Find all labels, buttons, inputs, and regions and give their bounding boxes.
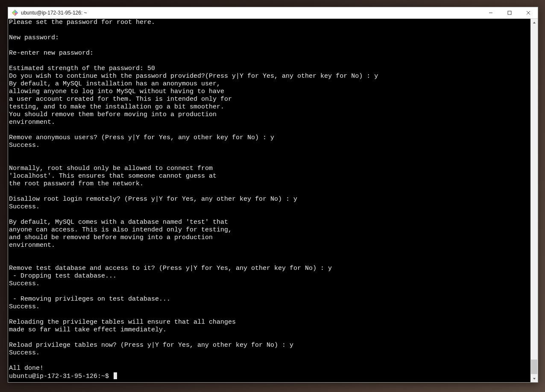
- terminal-line: [9, 357, 530, 365]
- window-controls: [481, 7, 538, 18]
- scroll-thumb[interactable]: [531, 360, 537, 374]
- terminal-line: By default, a MySQL installation has an …: [9, 80, 530, 88]
- terminal-prompt-line[interactable]: ubuntu@ip-172-31-95-126:~$: [9, 372, 530, 380]
- terminal-body-wrap: Please set the password for root here. N…: [8, 19, 538, 382]
- desktop-background: ubuntu@ip-172-31-95-126: ~ Please set th…: [0, 0, 545, 392]
- scroll-up-arrow-icon[interactable]: [530, 19, 538, 26]
- prompt-symbol: $: [105, 373, 113, 380]
- svg-marker-1: [15, 10, 18, 13]
- terminal-line: By default, MySQL comes with a database …: [9, 219, 530, 226]
- terminal-cursor: [114, 372, 117, 379]
- close-button[interactable]: [519, 7, 538, 18]
- terminal-line: [9, 288, 530, 295]
- app-icon: [12, 9, 18, 16]
- terminal-line: [9, 42, 530, 50]
- vertical-scrollbar[interactable]: [530, 19, 538, 382]
- terminal-line: [9, 334, 530, 342]
- terminal-line: Success.: [9, 303, 530, 311]
- terminal-line: Estimated strength of the password: 50: [9, 65, 530, 73]
- terminal-line: Reload privilege tables now? (Press y|Y …: [9, 342, 530, 349]
- svg-marker-9: [533, 22, 536, 23]
- minimize-button[interactable]: [481, 7, 500, 18]
- svg-marker-3: [12, 13, 15, 16]
- terminal-line: Please set the password for root here.: [9, 19, 530, 26]
- svg-rect-6: [508, 11, 511, 15]
- terminal-line: Remove anonymous users? (Press y|Y for Y…: [9, 134, 530, 142]
- terminal-line: [9, 311, 530, 319]
- scroll-down-arrow-icon[interactable]: [530, 375, 538, 382]
- terminal-line: [9, 149, 530, 157]
- svg-marker-2: [15, 13, 18, 16]
- terminal-line: [9, 249, 530, 257]
- terminal-line: Disallow root login remotely? (Press y|Y…: [9, 196, 530, 203]
- prompt-separator: :: [97, 373, 101, 380]
- terminal-line: allowing anyone to log into MySQL withou…: [9, 88, 530, 96]
- svg-marker-10: [533, 378, 536, 380]
- terminal-line: [9, 211, 530, 219]
- terminal-line: Reloading the privilege tables will ensu…: [9, 319, 530, 326]
- terminal-line: the root password from the network.: [9, 180, 530, 188]
- terminal-line: You should remove them before moving int…: [9, 111, 530, 119]
- terminal-line: Normally, root should only be allowed to…: [9, 165, 530, 173]
- terminal-line: Remove test database and access to it? (…: [9, 265, 530, 272]
- terminal-window: ubuntu@ip-172-31-95-126: ~ Please set th…: [8, 7, 538, 383]
- window-titlebar[interactable]: ubuntu@ip-172-31-95-126: ~: [8, 7, 538, 19]
- terminal-line: [9, 57, 530, 65]
- terminal-line: [9, 126, 530, 134]
- terminal-line: Success.: [9, 142, 530, 149]
- maximize-button[interactable]: [500, 7, 519, 18]
- terminal-line: Do you wish to continue with the passwor…: [9, 73, 530, 80]
- prompt-user-host: ubuntu@ip-172-31-95-126: [9, 373, 97, 380]
- terminal-line: [9, 188, 530, 196]
- terminal-line: - Removing privileges on test database..…: [9, 295, 530, 303]
- svg-marker-4: [12, 10, 15, 13]
- terminal-line: a user account created for them. This is…: [9, 96, 530, 103]
- terminal-line: made so far will take effect immediately…: [9, 326, 530, 334]
- terminal-line: Success.: [9, 280, 530, 288]
- terminal-line: environment.: [9, 242, 530, 249]
- terminal-line: [9, 157, 530, 165]
- terminal-line: All done!: [9, 365, 530, 372]
- terminal-line: - Dropping test database...: [9, 272, 530, 280]
- terminal-line: testing, and to make the installation go…: [9, 103, 530, 111]
- terminal-line: environment.: [9, 119, 530, 126]
- terminal-line: Success.: [9, 203, 530, 211]
- prompt-path: ~: [101, 373, 105, 380]
- terminal-line: New password:: [9, 34, 530, 42]
- terminal-output[interactable]: Please set the password for root here. N…: [8, 19, 530, 382]
- window-title: ubuntu@ip-172-31-95-126: ~: [21, 10, 481, 16]
- terminal-line: anyone can access. This is also intended…: [9, 226, 530, 234]
- terminal-line: Re-enter new password:: [9, 50, 530, 57]
- terminal-line: 'localhost'. This ensures that someone c…: [9, 173, 530, 180]
- terminal-line: Success.: [9, 349, 530, 357]
- terminal-line: [9, 26, 530, 34]
- terminal-line: and should be removed before moving into…: [9, 234, 530, 242]
- terminal-line: [9, 257, 530, 265]
